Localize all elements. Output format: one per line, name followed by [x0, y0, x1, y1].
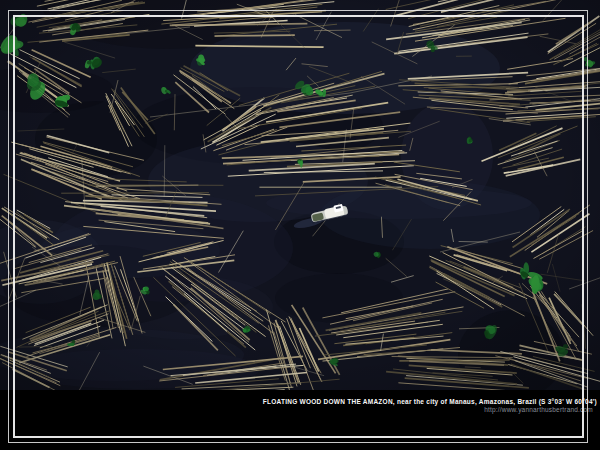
- photo-credit-url: http://www.yannarthusbertrand.com: [484, 406, 593, 413]
- amazon-log-rafts-photo: [0, 0, 600, 390]
- wallpaper: FLOATING WOOD DOWN THE AMAZON, near the …: [0, 0, 600, 450]
- photo-canvas: [0, 0, 600, 390]
- caption-band: FLOATING WOOD DOWN THE AMAZON, near the …: [0, 390, 600, 450]
- photo-caption: FLOATING WOOD DOWN THE AMAZON, near the …: [263, 398, 597, 405]
